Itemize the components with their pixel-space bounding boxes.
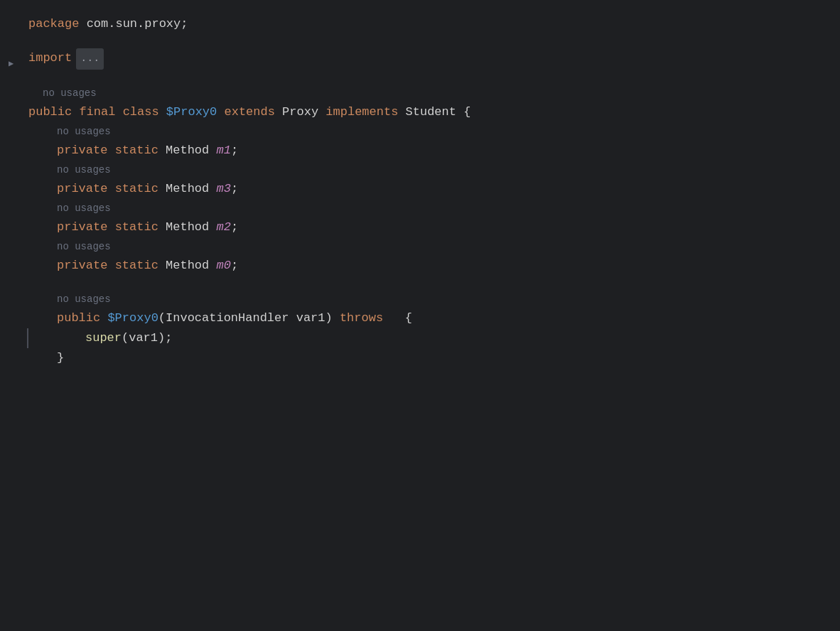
close-brace-ctor: }: [57, 348, 64, 368]
open-paren-ctor: (: [158, 308, 166, 328]
kw-final: final: [79, 102, 115, 122]
space5: [275, 102, 282, 122]
close-paren-ctor: ): [325, 308, 333, 328]
kw-static-3: static: [115, 217, 158, 237]
super-call-line: super ( var1 ) ;: [0, 328, 840, 348]
method-type-4: Method: [166, 256, 209, 276]
var-m0: m0: [216, 256, 230, 276]
kw-throws: throws: [340, 308, 383, 328]
method-type-1: Method: [166, 141, 209, 161]
semi-4: ;: [231, 256, 238, 276]
space6: [318, 102, 325, 122]
hint-m3: no usages: [0, 161, 840, 179]
empty-line-3: [0, 276, 840, 290]
kw-class: class: [123, 102, 159, 122]
var1-param: var1: [296, 308, 325, 328]
var1-super-arg: var1: [129, 328, 158, 348]
space1: [72, 102, 79, 122]
class-declaration-line: public final class $Proxy0 extends Proxy…: [0, 102, 840, 122]
var-m1: m1: [216, 141, 230, 161]
proxy-name: Proxy: [282, 102, 318, 122]
kw-extends: extends: [224, 102, 274, 122]
close-paren-super: ): [158, 328, 165, 348]
kw-private-4: private: [57, 256, 107, 276]
constructor-line: public $Proxy0 ( InvocationHandler var1 …: [0, 308, 840, 328]
kw-implements: implements: [325, 102, 398, 122]
super-keyword: super: [85, 328, 122, 348]
var-m3: m3: [216, 179, 230, 199]
m0-field-line: private static Method m0 ;: [0, 256, 840, 276]
kw-private-2: private: [57, 179, 107, 199]
code-editor: package com.sun.proxy; import ... no usa…: [0, 0, 840, 631]
method-type-2: Method: [166, 179, 209, 199]
empty-line-2: [0, 70, 840, 84]
semi-1: ;: [231, 141, 238, 161]
semi-2: ;: [231, 179, 238, 199]
kw-public-ctor: public: [57, 308, 100, 328]
var-m2: m2: [216, 217, 230, 237]
classname-proxy0: $Proxy0: [166, 102, 217, 122]
keyword-import: import: [28, 48, 72, 68]
open-brace-ctor: {: [405, 308, 412, 328]
space7: [398, 102, 405, 122]
import-line: import ...: [0, 48, 840, 70]
hint-m1: no usages: [0, 122, 840, 141]
hint-ctor: no usages: [0, 290, 840, 308]
keyword-package: package: [28, 14, 79, 34]
hint-class: no usages: [0, 84, 840, 102]
hint-m0: no usages: [0, 237, 840, 256]
hint-m2: no usages: [0, 199, 840, 217]
semi-3: ;: [231, 217, 238, 237]
package-line: package com.sun.proxy;: [0, 14, 840, 34]
kw-static-4: static: [115, 256, 158, 276]
m1-field-line: private static Method m1 ;: [0, 141, 840, 161]
kw-static-1: static: [115, 141, 158, 161]
m2-field-line: private static Method m2 ;: [0, 217, 840, 237]
close-brace-ctor-line: }: [0, 348, 840, 368]
kw-static-2: static: [115, 179, 158, 199]
space2: [115, 102, 122, 122]
semi-super: ;: [165, 328, 172, 348]
open-brace-class: {: [463, 102, 470, 122]
invocation-handler-type: InvocationHandler: [166, 308, 289, 328]
kw-private-1: private: [57, 141, 107, 161]
kw-private-3: private: [57, 217, 107, 237]
package-path: com.sun.proxy;: [79, 14, 188, 34]
ctor-name: $Proxy0: [107, 308, 158, 328]
m3-field-line: private static Method m3 ;: [0, 179, 840, 199]
open-paren-super: (: [122, 328, 129, 348]
space8: [456, 102, 463, 122]
student-name: Student: [406, 102, 456, 122]
space3: [159, 102, 166, 122]
empty-line-1: [0, 34, 840, 48]
method-type-3: Method: [166, 217, 209, 237]
import-ellipsis[interactable]: ...: [76, 48, 104, 70]
space4: [217, 102, 224, 122]
kw-public: public: [28, 102, 72, 122]
